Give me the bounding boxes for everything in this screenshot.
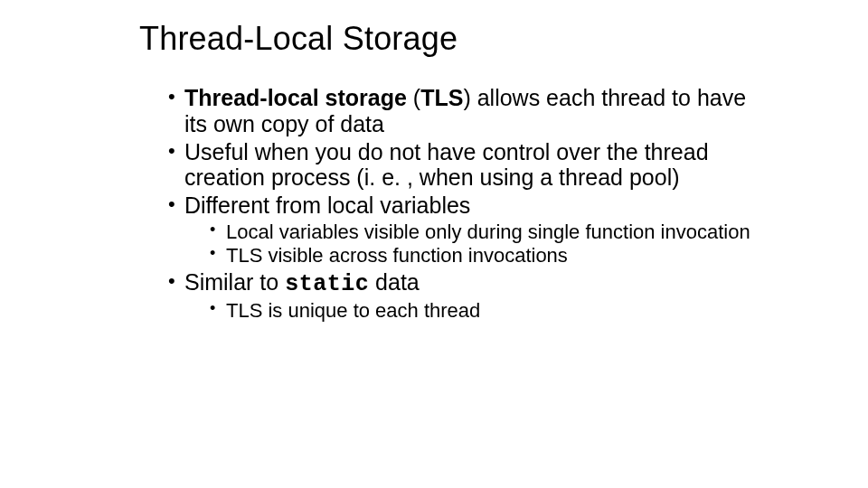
slide-title: Thread-Local Storage <box>139 20 769 58</box>
bullet-3-sub-1: Local variables visible only during sing… <box>210 221 769 244</box>
bullet-3: Different from local variables Local var… <box>168 192 769 267</box>
bullet-4: Similar to static data TLS is unique to … <box>168 269 769 324</box>
bullet-4-sublist: TLS is unique to each thread <box>210 299 769 323</box>
bullet-2: Useful when you do not have control over… <box>168 139 769 192</box>
bullet-1-term1: Thread-local storage <box>184 85 407 110</box>
bullet-4-post: data <box>369 269 420 295</box>
slide: Thread-Local Storage Thread-local storag… <box>0 0 868 488</box>
bullet-3-sublist: Local variables visible only during sing… <box>210 221 769 267</box>
bullet-1-term2: TLS <box>420 85 463 110</box>
bullet-4-code: static <box>285 271 369 297</box>
bullet-3-text: Different from local variables <box>184 192 470 218</box>
bullet-4-pre: Similar to <box>184 269 285 295</box>
bullet-3-sub-2: TLS visible across function invocations <box>210 244 769 267</box>
bullet-list: Thread-local storage (TLS) allows each t… <box>168 85 769 323</box>
bullet-1-paren-open: ( <box>407 85 420 110</box>
bullet-1: Thread-local storage (TLS) allows each t… <box>168 85 769 137</box>
bullet-4-sub-1: TLS is unique to each thread <box>210 299 769 323</box>
